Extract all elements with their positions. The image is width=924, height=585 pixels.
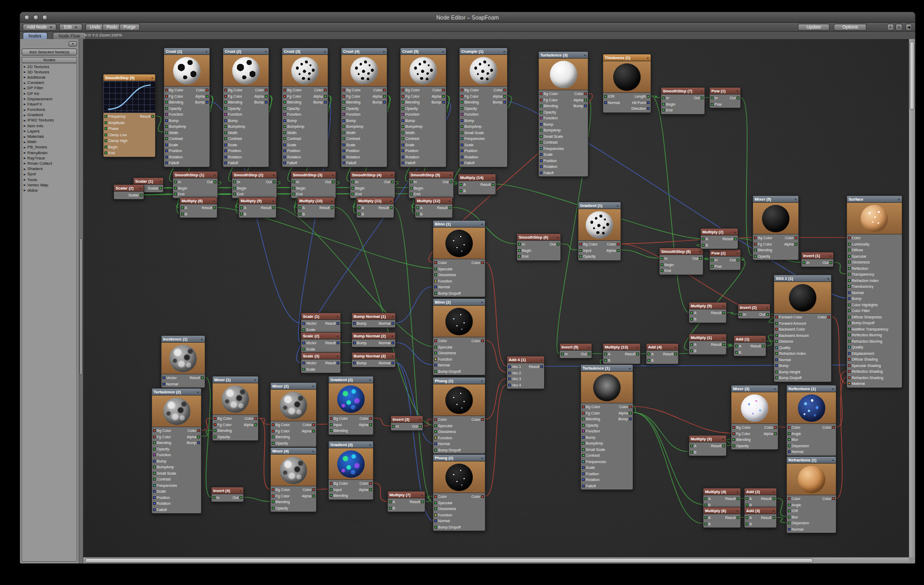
node-ss5[interactable]: SmoothStep (5)▲InOutBeginEnd xyxy=(408,171,454,199)
collapse-node-icon[interactable]: ▲ xyxy=(383,50,385,53)
node-header[interactable]: Multiply (2)▲ xyxy=(701,229,738,235)
collapse-node-icon[interactable]: ▲ xyxy=(736,490,739,493)
input-port-position[interactable]: Position xyxy=(153,496,170,499)
collapse-node-icon[interactable]: ▲ xyxy=(449,174,452,176)
input-port-width[interactable]: Width xyxy=(165,131,178,135)
input-port-a[interactable]: A xyxy=(702,237,708,241)
node-scale3[interactable]: Scale (3)▲VectorResultScale xyxy=(301,352,341,373)
node-header[interactable]: Scale (3)▲ xyxy=(301,353,340,360)
collapse-node-icon[interactable]: ▲ xyxy=(323,50,326,53)
input-port-bumpamp[interactable]: BumpAmp xyxy=(224,125,245,128)
input-port-ior[interactable]: IOR xyxy=(788,509,798,513)
node-m7[interactable]: Multiply (7)▲AResultB xyxy=(387,491,425,512)
node-header[interactable]: Add (4)▲ xyxy=(646,344,678,351)
input-port-glossiness[interactable]: Glossiness xyxy=(434,273,456,277)
input-port-rotation[interactable]: Rotation xyxy=(402,155,419,159)
input-port-falloff[interactable]: Falloff xyxy=(461,161,474,165)
node-header[interactable]: Multiply (6)▲ xyxy=(703,507,740,514)
node-header[interactable]: SmoothStep (4)▲ xyxy=(350,172,395,178)
node-m14[interactable]: Multiply (14)▲AResultB xyxy=(458,174,496,195)
input-port-luminosity[interactable]: Luminosity xyxy=(848,242,869,246)
collapse-node-icon[interactable]: ▲ xyxy=(736,252,739,254)
input-port-phase[interactable]: Phase xyxy=(104,127,119,130)
collapse-node-icon[interactable]: ▲ xyxy=(330,200,333,202)
output-port-result[interactable]: Result xyxy=(202,206,216,210)
output-port-color[interactable]: Color xyxy=(471,261,484,265)
input-port-rotation[interactable]: Rotation xyxy=(342,155,360,159)
node-header[interactable]: Blinn (1)▲ xyxy=(433,221,485,228)
input-port-frequency[interactable]: Frequency xyxy=(104,115,126,118)
node-header[interactable]: Invert (5)▲ xyxy=(560,344,592,351)
collapse-node-icon[interactable]: ▲ xyxy=(390,174,393,176)
collapse-node-icon[interactable]: ▲ xyxy=(254,379,256,381)
input-port-end[interactable]: End xyxy=(233,192,243,196)
output-port-result[interactable]: Result xyxy=(625,352,639,356)
input-port-reflection-blurring[interactable]: Reflection Blurring xyxy=(848,333,882,337)
options-button[interactable]: Options xyxy=(834,24,866,31)
sidebar-item-item-info[interactable]: ▶Item Info xyxy=(22,123,77,128)
input-port-reflection-shading[interactable]: Reflection Shading xyxy=(848,370,883,373)
input-port-opacity[interactable]: Opacity xyxy=(272,441,288,445)
output-port-out[interactable]: Out xyxy=(384,180,394,184)
horizontal-scrollbar-thumb[interactable] xyxy=(85,558,813,563)
input-port-specular[interactable]: Specular xyxy=(848,254,866,258)
input-port-bump[interactable]: Bump xyxy=(224,119,237,122)
input-port-contrast[interactable]: Contrast xyxy=(402,137,419,140)
undo-button[interactable]: Undo xyxy=(85,24,104,31)
input-port-frequencies[interactable]: Frequencies xyxy=(461,137,485,140)
output-port-result[interactable]: Result xyxy=(319,206,334,210)
sidebar-item-additional[interactable]: ▶Additional xyxy=(22,74,77,80)
input-port-b[interactable]: B xyxy=(460,189,466,193)
input-port-bump-dropoff[interactable]: Bump Dropoff xyxy=(434,370,461,373)
input-port-scale[interactable]: Scale xyxy=(153,489,166,493)
collapse-node-icon[interactable]: ▲ xyxy=(646,56,649,59)
input-port-falloff[interactable]: Falloff xyxy=(283,161,297,165)
node-header[interactable]: Add (1)▲ xyxy=(734,336,766,343)
sidebar-item-gradient[interactable]: ▶Gradient xyxy=(22,112,77,118)
input-port-vec-1[interactable]: Vec 1 xyxy=(508,365,521,369)
node-header[interactable]: Bump Normal (2)▲ xyxy=(352,333,395,339)
node-header[interactable]: Invert (4)▲ xyxy=(212,487,243,494)
input-port-b[interactable]: B xyxy=(358,212,364,216)
collapse-node-icon[interactable]: ▲ xyxy=(391,315,394,318)
output-port-color[interactable]: Color xyxy=(607,242,620,246)
sidebar-item-2d-textures[interactable]: ▶2D Textures xyxy=(22,64,77,69)
output-port-alpha[interactable]: Alpha xyxy=(574,98,587,102)
input-port-vector[interactable]: Vector xyxy=(163,376,177,380)
node-header[interactable]: Pow (2)▲ xyxy=(710,250,740,257)
output-port-bump[interactable]: Bump xyxy=(373,100,386,104)
sidebar-item-raytrace[interactable]: ▶RayTrace xyxy=(22,155,77,161)
collapse-node-icon[interactable]: ▲ xyxy=(481,457,483,459)
input-port-bumpamp[interactable]: BumpAmp xyxy=(153,465,174,469)
output-port-result[interactable]: Result xyxy=(711,444,725,448)
node-turb2[interactable]: Turbulence (2)▲Bg ColorColorFg ColorAlph… xyxy=(151,388,202,514)
input-port-bump[interactable]: Bump xyxy=(540,122,553,126)
output-port-alpha[interactable]: Alpha xyxy=(195,95,208,98)
input-port-in[interactable]: In xyxy=(711,258,718,262)
node-a4[interactable]: Add (4)▲AResultB xyxy=(646,343,679,364)
node-header[interactable]: Reflections (1)▲ xyxy=(787,385,836,392)
input-port-end[interactable]: End xyxy=(662,108,672,112)
input-port-bumpamp[interactable]: BumpAmp xyxy=(342,125,364,128)
sidebar-scrollbar[interactable] xyxy=(79,39,83,563)
output-port-out[interactable]: Out xyxy=(694,96,703,100)
input-port-position[interactable]: Position xyxy=(165,149,182,153)
input-port-falloff[interactable]: Falloff xyxy=(342,161,356,165)
input-port-forward-amount[interactable]: Forward Amount xyxy=(775,322,806,325)
output-port-out[interactable]: Out xyxy=(233,496,242,499)
input-port-specular[interactable]: Specular xyxy=(434,424,453,428)
tab-node-flow[interactable]: Node Flow xyxy=(53,32,86,39)
output-port-alpha[interactable]: Alpha xyxy=(359,488,372,492)
input-port-begin[interactable]: Begin xyxy=(292,186,306,190)
input-port-diffuse-shading[interactable]: Diffuse Shading xyxy=(848,357,878,361)
output-port-result[interactable]: Result xyxy=(325,322,339,325)
input-port-bg-color[interactable]: Bg Color xyxy=(579,242,597,246)
node-m11[interactable]: Multiply (11)▲AResultB xyxy=(356,197,394,218)
output-port-out[interactable]: Out xyxy=(412,424,422,428)
add-node-dropdown[interactable]: Add Node▼ xyxy=(23,24,56,31)
input-port-contrast[interactable]: Contrast xyxy=(582,454,599,457)
sidebar-item-vertex-map[interactable]: ▶Vertex Map xyxy=(22,182,77,187)
node-m1[interactable]: Multiply (1)▲AResultB xyxy=(689,334,727,355)
node-turb1[interactable]: Turbulence (1)▲Bg ColorColorFg ColorAlph… xyxy=(580,364,633,490)
collapse-node-icon[interactable]: ▲ xyxy=(722,438,725,440)
